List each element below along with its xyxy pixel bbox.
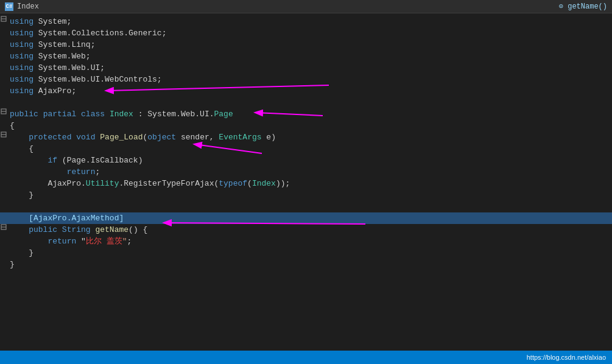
code-line: if (Page.IsCallback)	[0, 155, 612, 166]
line-content: using System.Web;	[7, 51, 91, 62]
code-line: using System.Web.UI;	[0, 62, 612, 74]
line-content: using AjaxPro;	[7, 85, 76, 97]
code-line: return;	[0, 166, 612, 178]
code-line: protected void Page_Load(object sender, …	[0, 131, 612, 143]
code-line: AjaxPro.Utility.RegisterTypeForAjax(type…	[0, 178, 612, 189]
status-url: https://blog.csdn.net/alxiao	[527, 354, 606, 361]
line-content: using System.Web.UI.WebControls;	[7, 74, 162, 85]
file-icon: C#	[5, 2, 13, 11]
line-content: public partial class Index : System.Web.…	[7, 108, 233, 120]
line-content: protected void Page_Load(object sender, …	[7, 131, 276, 143]
line-content: using System.Web.UI;	[7, 62, 105, 74]
line-content: {	[7, 143, 33, 155]
line-content: using System.Linq;	[7, 39, 95, 51]
code-line: using System.Web;	[0, 51, 612, 62]
code-line: using System.Web.UI.WebControls;	[0, 74, 612, 85]
line-content: if (Page.IsCallback)	[7, 155, 142, 166]
collapse-btn[interactable]	[0, 16, 7, 22]
line-content: {	[7, 120, 15, 131]
code-line: public partial class Index : System.Web.…	[0, 108, 612, 120]
code-area: using System;using System.Collections.Ge…	[0, 13, 612, 351]
method-icon: ⊙	[559, 2, 568, 11]
line-content: public String getName() {	[7, 224, 147, 236]
code-line: }	[0, 259, 612, 270]
line-content: }	[7, 259, 15, 270]
code-line: using System.Linq;	[0, 39, 612, 51]
line-content: }	[7, 189, 33, 201]
code-line: {	[0, 143, 612, 155]
code-line: }	[0, 247, 612, 259]
code-line: using System;	[0, 16, 612, 27]
collapse-btn[interactable]	[0, 108, 7, 114]
line-content: return "比尔 盖茨";	[7, 236, 132, 247]
code-line: {	[0, 120, 612, 131]
line-content: AjaxPro.Utility.RegisterTypeForAjax(type…	[7, 178, 290, 189]
code-line: return "比尔 盖茨";	[0, 236, 612, 247]
line-content: }	[7, 247, 33, 259]
line-content: using System;	[7, 16, 71, 27]
collapse-btn[interactable]	[0, 224, 7, 230]
code-line: }	[0, 189, 612, 201]
code-line: using AjaxPro;	[0, 85, 612, 97]
method-label: getName()	[568, 2, 607, 11]
tab-label[interactable]: Index	[17, 2, 39, 11]
status-bar: https://blog.csdn.net/alxiao	[0, 351, 612, 364]
title-bar: C# Index ⊙ getName()	[0, 0, 612, 13]
code-lines: using System;using System.Collections.Ge…	[0, 16, 612, 270]
collapse-btn[interactable]	[0, 131, 7, 138]
code-line	[0, 97, 612, 108]
code-line: public String getName() {	[0, 224, 612, 236]
code-line: [AjaxPro.AjaxMethod]	[0, 212, 612, 224]
code-line	[0, 201, 612, 212]
code-line: using System.Collections.Generic;	[0, 27, 612, 39]
line-content: using System.Collections.Generic;	[7, 27, 166, 39]
line-content: [AjaxPro.AjaxMethod]	[7, 212, 124, 224]
line-content: return;	[7, 166, 100, 178]
